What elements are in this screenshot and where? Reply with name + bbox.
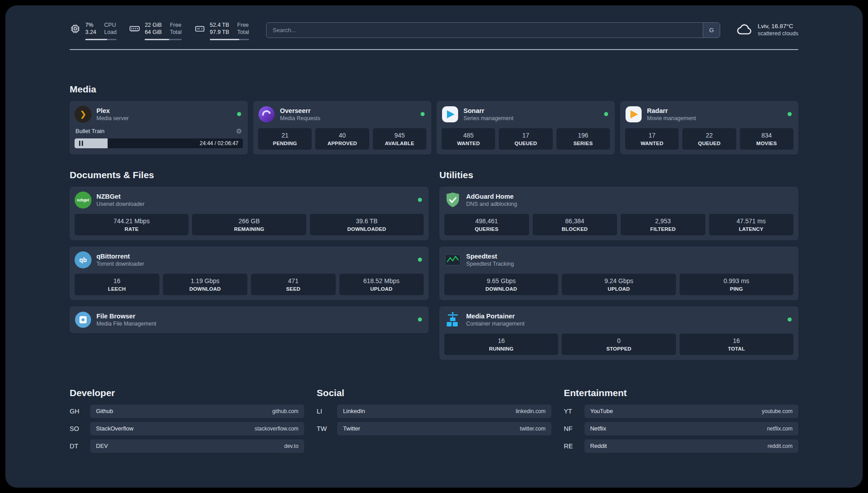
cpu-chip-icon (70, 23, 81, 34)
stat-value: 834 (742, 132, 792, 139)
bookmark-abbr: TW (317, 425, 337, 432)
service-card-plex[interactable]: ❯ Plex Media server Bullet Train ⚙ (70, 101, 248, 155)
service-subtitle: Usenet downloader (96, 201, 145, 207)
bookmark-domain: github.com (272, 408, 299, 414)
bookmark-row: DT DEV dev.to (70, 439, 304, 453)
entertainment-section-title: Entertainment (564, 388, 798, 398)
bookmark-domain: linkedin.com (516, 408, 546, 414)
bookmark-group-social: Social LI LinkedIn linkedin.com TW Twitt… (317, 388, 551, 457)
pause-icon[interactable] (79, 141, 83, 146)
service-subtitle: Container management (466, 321, 525, 327)
status-dot (418, 198, 422, 202)
ram-free-value: 22 GiB (145, 21, 162, 29)
cpu-percent: 7% (85, 21, 96, 29)
status-dot (788, 318, 792, 322)
bookmark-abbr: NF (564, 425, 584, 432)
gear-icon[interactable]: ⚙ (236, 128, 242, 134)
stat-label: PENDING (260, 141, 310, 146)
stat-tile: 40 APPROVED (315, 128, 369, 150)
top-bar: 7% 3.24 CPU Load (70, 21, 798, 40)
stat-value: 16 (681, 337, 792, 344)
bookmark-link-reddit[interactable]: Reddit reddit.com (584, 439, 798, 453)
bookmark-domain: stackoverflow.com (255, 426, 298, 432)
service-card-overseerr[interactable]: Overseerr Media Requests 21 PENDING 40 A… (253, 101, 431, 155)
stat-tile: 0 STOPPED (562, 334, 676, 355)
disk-bar-fill (210, 39, 239, 40)
bookmark-abbr: GH (70, 408, 90, 415)
bookmark-row: RE Reddit reddit.com (564, 439, 798, 453)
stat-label: QUEUED (501, 141, 551, 146)
documents-section-title: Documents & Files (70, 170, 429, 180)
service-card-speedtest[interactable]: Speedtest Speedtest Tracking 9.65 Gbps D… (439, 246, 798, 300)
stat-tile: 1.19 Gbps DOWNLOAD (163, 274, 248, 295)
ram-total-value: 64 GiB (145, 29, 162, 36)
playback-progress-bar[interactable]: 24:44 / 02:06:47 (75, 138, 243, 148)
bookmark-link-github[interactable]: Github github.com (90, 405, 304, 418)
bookmark-domain: reddit.com (768, 443, 793, 449)
cpu-label-bottom: Load (104, 29, 117, 36)
stat-value: 196 (558, 132, 608, 139)
stat-label: UPLOAD (563, 286, 674, 292)
documents-section: Documents & Files nzbget NZBGet Usenet d… (70, 170, 429, 333)
sonarr-icon (442, 106, 459, 123)
stat-value: 17 (627, 132, 677, 139)
stat-value: 39.6 TB (312, 217, 422, 225)
bookmark-link-twitter[interactable]: Twitter twitter.com (337, 422, 551, 435)
service-card-adguard[interactable]: AdGuard Home DNS and adblocking 498,461 … (439, 187, 798, 240)
bookmark-link-netflix[interactable]: Netflix netflix.com (584, 422, 798, 435)
service-card-qbittorrent[interactable]: qb qBittorrent Torrent downloader 16 LEE… (70, 246, 429, 300)
bookmark-name: Github (96, 408, 113, 414)
bookmark-name: Twitter (343, 425, 360, 432)
disk-label-bottom: Total (237, 29, 249, 36)
service-name: AdGuard Home (466, 193, 517, 200)
stat-label: DOWNLOAD (446, 286, 556, 292)
ram-bar-track (145, 39, 182, 40)
stat-label: FILTERED (622, 226, 704, 232)
stat-label: QUEUED (684, 141, 734, 146)
bookmark-link-stackoverflow[interactable]: StackOverflow stackoverflow.com (90, 422, 304, 435)
bookmark-domain: twitter.com (520, 426, 545, 432)
stat-tile: 16 RUNNING (444, 334, 558, 355)
stat-label: AVAILABLE (375, 141, 425, 146)
service-card-radarr[interactable]: Radarr Movie management 17 WANTED 22 QUE… (620, 101, 798, 155)
search-input[interactable] (266, 22, 720, 38)
stat-tile: 21 PENDING (258, 128, 312, 150)
bookmark-group-developer: Developer GH Github github.com SO StackO… (70, 388, 304, 457)
stat-tile: 17 QUEUED (499, 128, 552, 150)
stat-value: 17 (501, 132, 551, 139)
stat-tile: 498,461 QUERIES (444, 214, 529, 235)
filebrowser-icon (75, 311, 92, 328)
stat-tile: 9.24 Gbps UPLOAD (562, 274, 676, 295)
speedtest-icon (444, 251, 461, 268)
disk-total-value: 97.9 TB (210, 29, 230, 36)
stat-tile: 485 WANTED (442, 128, 495, 150)
weather-widget: Lviv, 16.87°C scattered clouds (736, 21, 798, 38)
stat-tile: 2,953 FILTERED (621, 214, 705, 235)
bookmark-row: YT YouTube youtube.com (564, 405, 798, 418)
search-engine-button[interactable]: G (703, 23, 720, 38)
service-card-nzbget[interactable]: nzbget NZBGet Usenet downloader 744.21 M… (70, 187, 429, 240)
media-section-title: Media (70, 84, 798, 95)
bookmark-link-dev[interactable]: DEV dev.to (90, 439, 304, 453)
ram-metric: 22 GiB 64 GiB Free Total (129, 21, 182, 40)
service-card-portainer[interactable]: Media Portainer Container management 16 … (439, 306, 798, 360)
dashboard-panel: 7% 3.24 CPU Load (5, 5, 863, 488)
service-card-sonarr[interactable]: Sonarr Series management 485 WANTED 17 Q… (437, 101, 615, 155)
stat-value: 47.571 ms (711, 217, 792, 225)
bookmark-link-youtube[interactable]: YouTube youtube.com (584, 405, 798, 418)
stat-label: WANTED (443, 141, 493, 146)
stat-label: STOPPED (563, 346, 674, 351)
status-dot (418, 318, 422, 322)
stat-value: 266 GB (194, 217, 304, 225)
service-card-filebrowser[interactable]: File Browser Media File Management (70, 306, 429, 333)
bookmark-domain: youtube.com (762, 408, 793, 414)
bookmark-group-entertainment: Entertainment YT YouTube youtube.com NF … (564, 388, 798, 457)
weather-condition: scattered clouds (758, 30, 798, 37)
stat-label: TOTAL (681, 346, 792, 351)
bookmark-abbr: YT (564, 408, 584, 415)
bookmark-row: SO StackOverflow stackoverflow.com (70, 422, 304, 435)
stat-value: 485 (443, 132, 493, 139)
ram-icon (129, 23, 140, 34)
service-name: Media Portainer (466, 313, 525, 320)
bookmark-link-linkedin[interactable]: LinkedIn linkedin.com (337, 405, 551, 418)
